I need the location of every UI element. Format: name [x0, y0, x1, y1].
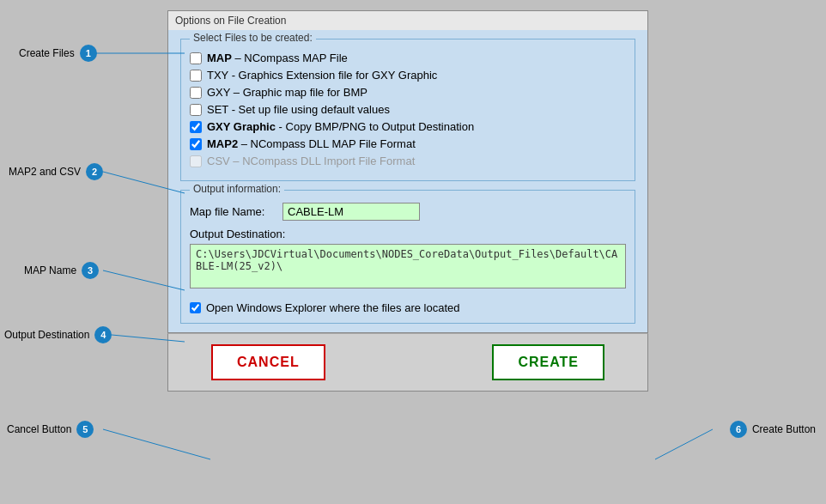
checkbox-csv[interactable]	[190, 155, 202, 167]
annotation-4: Output Destination 4	[4, 326, 112, 343]
dialog-title: Options on File Creation	[175, 15, 286, 27]
annotation-6-label: Create Button	[752, 423, 816, 435]
select-files-legend: Select Files to be created:	[190, 32, 316, 44]
open-explorer-row: Open Windows Explorer where the files ar…	[190, 301, 626, 314]
output-dest-label: Output Destination:	[190, 228, 626, 240]
annotation-3-badge: 3	[82, 262, 99, 279]
checkbox-map-label[interactable]: MAP – NCompass MAP File	[207, 52, 348, 64]
annotation-2: MAP2 and CSV 2	[9, 163, 103, 180]
checkbox-txy-label[interactable]: TXY - Graphics Extension file for GXY Gr…	[207, 69, 437, 82]
checkbox-map2[interactable]	[190, 138, 202, 150]
open-explorer-label[interactable]: Open Windows Explorer where the files ar…	[206, 301, 460, 314]
annotation-3-label: MAP Name	[24, 264, 76, 276]
cancel-button[interactable]: CANCEL	[211, 344, 325, 380]
annotation-2-badge: 2	[86, 163, 103, 180]
annotation-6: 6 Create Button	[730, 421, 816, 438]
checkbox-gxy-label[interactable]: GXY – Graphic map file for BMP	[207, 86, 367, 99]
map-name-label: Map file Name:	[190, 205, 276, 218]
checkbox-set[interactable]	[190, 104, 202, 116]
checkbox-txy[interactable]	[190, 70, 202, 82]
output-info-legend: Output information:	[190, 183, 284, 195]
checkbox-set-label[interactable]: SET - Set up file using default values	[207, 103, 390, 116]
checkbox-row-map2: MAP2 – NCompass DLL MAP File Format	[190, 137, 626, 150]
svg-line-4	[103, 429, 210, 459]
buttons-area: CANCEL CREATE	[167, 333, 648, 392]
checkbox-map[interactable]	[190, 52, 202, 64]
svg-line-5	[655, 429, 713, 459]
annotation-1-label: Create Files	[19, 47, 75, 59]
annotation-6-badge: 6	[730, 421, 747, 438]
dialog: Options on File Creation Select Files to…	[167, 10, 648, 392]
checkbox-row-txy: TXY - Graphics Extension file for GXY Gr…	[190, 69, 626, 82]
annotation-3: MAP Name 3	[24, 262, 99, 279]
annotation-1: Create Files 1	[19, 45, 97, 62]
output-dest-container: Output Destination: C:\Users\JDCVirtual\…	[190, 228, 626, 298]
annotation-4-label: Output Destination	[4, 329, 89, 341]
checkbox-row-csv: CSV – NCompass DLL Import File Format	[190, 155, 626, 167]
select-files-section: Select Files to be created: MAP – NCompa…	[180, 39, 635, 181]
checkbox-row-set: SET - Set up file using default values	[190, 103, 626, 116]
annotation-2-label: MAP2 and CSV	[9, 166, 81, 178]
map-name-input[interactable]	[282, 203, 420, 221]
checkbox-gxy2-label[interactable]: GXY Graphic - Copy BMP/PNG to Output Des…	[207, 120, 474, 133]
dialog-titlebar: Options on File Creation	[167, 10, 648, 30]
checkbox-gxy[interactable]	[190, 87, 202, 99]
map-name-row: Map file Name:	[190, 203, 626, 221]
dialog-body: Select Files to be created: MAP – NCompa…	[167, 30, 648, 333]
checkbox-csv-label: CSV – NCompass DLL Import File Format	[207, 155, 415, 167]
annotation-5-label: Cancel Button	[7, 423, 71, 435]
output-info-section: Output information: Map file Name: Outpu…	[180, 190, 635, 324]
checkbox-row-map: MAP – NCompass MAP File	[190, 52, 626, 64]
annotation-1-badge: 1	[80, 45, 97, 62]
checkbox-gxy2[interactable]	[190, 121, 202, 133]
checkbox-row-gxy2: GXY Graphic - Copy BMP/PNG to Output Des…	[190, 120, 626, 133]
annotation-5-badge: 5	[76, 421, 94, 438]
output-dest-input[interactable]: C:\Users\JDCVirtual\Documents\NODES_Core…	[190, 244, 626, 288]
checkbox-row-gxy: GXY – Graphic map file for BMP	[190, 86, 626, 99]
checkbox-open-explorer[interactable]	[190, 302, 201, 313]
create-button[interactable]: CREATE	[492, 344, 604, 380]
annotation-4-badge: 4	[94, 326, 112, 343]
annotation-5: Cancel Button 5	[7, 421, 94, 438]
checkbox-map2-label[interactable]: MAP2 – NCompass DLL MAP File Format	[207, 137, 416, 150]
